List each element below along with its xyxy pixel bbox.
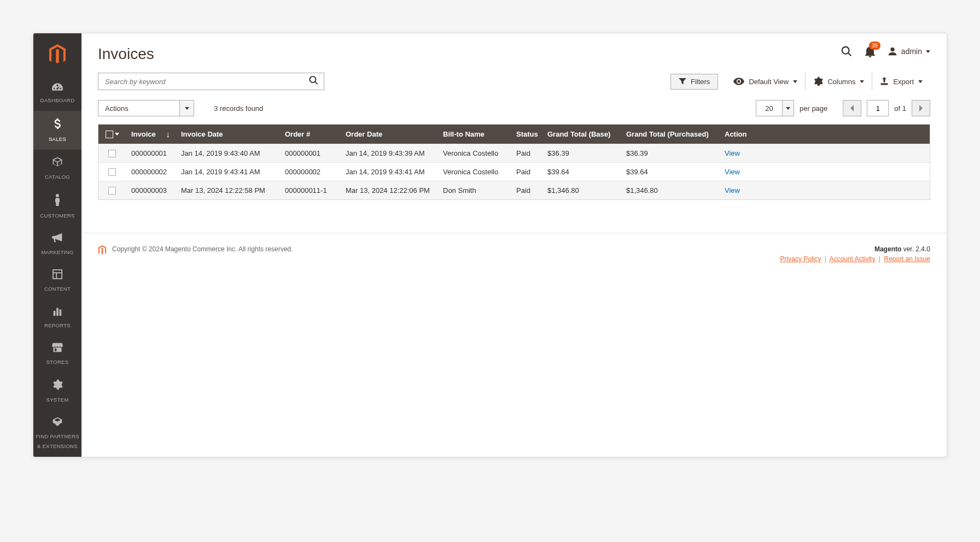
cell-invoice-date: Jan 14, 2019 9:43:40 AM: [176, 144, 279, 162]
sidebar-item-label: SALES: [49, 136, 66, 142]
col-header-order[interactable]: Order #: [279, 125, 340, 144]
copyright-text: Copyright © 2024 Magento Commerce Inc. A…: [112, 245, 293, 253]
col-header-order-date[interactable]: Order Date: [340, 125, 438, 144]
sidebar-item-content[interactable]: CONTENT: [33, 263, 81, 299]
col-header-invoice[interactable]: Invoice ↓: [126, 125, 176, 144]
cell-order-date: Mar 13, 2024 12:22:06 PM: [340, 181, 438, 199]
search-icon[interactable]: [841, 45, 853, 57]
magento-logo-icon: [98, 245, 107, 258]
privacy-policy-link[interactable]: Privacy Policy: [780, 255, 821, 263]
table-row: 000000003Mar 13, 2024 12:22:58 PM0000000…: [98, 181, 930, 199]
view-link[interactable]: View: [725, 186, 740, 195]
store-icon: [36, 343, 79, 354]
per-page-label: per page: [800, 104, 827, 113]
cell-order-date: Jan 14, 2019 9:43:41 AM: [340, 163, 438, 181]
chevron-down-icon: [793, 80, 797, 83]
sidebar-item-reports[interactable]: REPORTS: [33, 299, 81, 336]
col-header-invoice-date[interactable]: Invoice Date: [176, 125, 279, 144]
sidebar-item-sales[interactable]: SALES: [33, 111, 81, 150]
admin-menu[interactable]: admin: [888, 46, 930, 56]
row-checkbox[interactable]: [108, 168, 116, 176]
view-link[interactable]: View: [725, 149, 740, 157]
person-icon: [36, 194, 79, 208]
cell-gt-purchased: $36.39: [621, 144, 719, 162]
default-view-button[interactable]: Default View: [726, 73, 805, 90]
sidebar-item-customers[interactable]: CUSTOMERS: [33, 187, 81, 226]
table-header-row: Invoice ↓ Invoice Date Order # Order Dat…: [98, 125, 930, 144]
row-checkbox[interactable]: [108, 187, 116, 195]
select-all-checkbox[interactable]: [106, 131, 119, 138]
export-label: Export: [893, 78, 914, 86]
cell-status: Paid: [511, 144, 542, 162]
page-input[interactable]: [867, 100, 889, 116]
chevron-down-icon: [926, 50, 930, 53]
cell-bill-to: Veronica Costello: [438, 163, 511, 181]
funnel-icon: [679, 78, 686, 85]
sidebar-item-label: SYSTEM: [46, 397, 69, 403]
chevron-down-icon: [115, 133, 119, 136]
actions-select[interactable]: Actions: [98, 100, 194, 116]
col-header-status[interactable]: Status: [511, 125, 542, 144]
svg-line-7: [848, 53, 851, 56]
sidebar-item-partners[interactable]: FIND PARTNERS& EXTENSIONS: [33, 410, 81, 457]
sidebar-item-dashboard[interactable]: DASHBOARD: [33, 75, 81, 111]
prev-page-button[interactable]: [843, 100, 861, 116]
cell-gt-purchased: $39.64: [621, 163, 719, 181]
svg-rect-3: [54, 311, 56, 316]
row-checkbox[interactable]: [108, 150, 116, 157]
cell-bill-to: Don Smith: [438, 181, 511, 199]
sidebar-item-label: FIND PARTNERS& EXTENSIONS: [36, 433, 79, 449]
footer-version: ver. 2.4.0: [901, 245, 930, 253]
sidebar-item-label: STORES: [46, 359, 69, 365]
chevron-right-icon: [919, 105, 923, 111]
cell-gt-base: $39.64: [542, 163, 621, 181]
sidebar-item-marketing[interactable]: MARKETING: [33, 226, 81, 263]
dollar-icon: [36, 117, 79, 131]
notifications-icon[interactable]: 39: [865, 45, 876, 57]
cell-status: Paid: [511, 163, 542, 181]
svg-rect-4: [56, 308, 59, 316]
cell-order: 000000011-1: [279, 181, 340, 199]
sidebar-item-stores[interactable]: STORES: [33, 336, 81, 373]
sidebar-item-label: CONTENT: [44, 286, 71, 292]
partners-icon: [36, 417, 79, 428]
page-total-label: of 1: [894, 104, 906, 113]
account-activity-link[interactable]: Account Activity: [829, 255, 875, 263]
filters-button[interactable]: Filters: [670, 74, 718, 90]
megaphone-icon: [36, 233, 79, 244]
per-page-select[interactable]: 20: [756, 100, 794, 116]
gear-icon: [36, 379, 79, 392]
dashboard-icon: [36, 81, 79, 92]
box-icon: [36, 156, 79, 169]
filters-label: Filters: [691, 78, 710, 86]
cell-invoice: 000000001: [126, 144, 176, 162]
svg-rect-0: [53, 270, 62, 279]
chevron-down-icon: [185, 107, 189, 110]
export-button[interactable]: Export: [872, 73, 930, 90]
col-header-bill-to[interactable]: Bill-to Name: [438, 125, 511, 144]
report-issue-link[interactable]: Report an Issue: [884, 255, 930, 263]
columns-button[interactable]: Columns: [805, 73, 872, 90]
notification-badge: 39: [869, 42, 880, 50]
search-icon[interactable]: [308, 75, 319, 88]
svg-point-6: [842, 47, 849, 54]
columns-label: Columns: [827, 78, 855, 86]
sort-arrow-icon: ↓: [166, 129, 171, 139]
col-header-gt-base[interactable]: Grand Total (Base): [542, 125, 621, 144]
chevron-left-icon: [850, 105, 854, 111]
sidebar-item-system[interactable]: SYSTEM: [33, 373, 81, 410]
cell-status: Paid: [511, 181, 542, 199]
magento-logo-icon[interactable]: [48, 44, 67, 69]
user-icon: [888, 46, 897, 56]
sidebar: DASHBOARD SALES CATALOG CUSTOMERS MARKET…: [33, 33, 81, 457]
view-link[interactable]: View: [725, 168, 740, 176]
next-page-button[interactable]: [912, 100, 930, 116]
search-input-wrapper: [98, 73, 324, 90]
footer: Copyright © 2024 Magento Commerce Inc. A…: [81, 233, 947, 282]
col-header-gt-purchased[interactable]: Grand Total (Purchased): [621, 125, 719, 144]
eye-icon: [733, 78, 744, 85]
col-header-action[interactable]: Action: [719, 125, 752, 144]
sidebar-item-label: CATALOG: [45, 174, 70, 180]
search-input[interactable]: [98, 73, 324, 90]
sidebar-item-catalog[interactable]: CATALOG: [33, 150, 81, 187]
